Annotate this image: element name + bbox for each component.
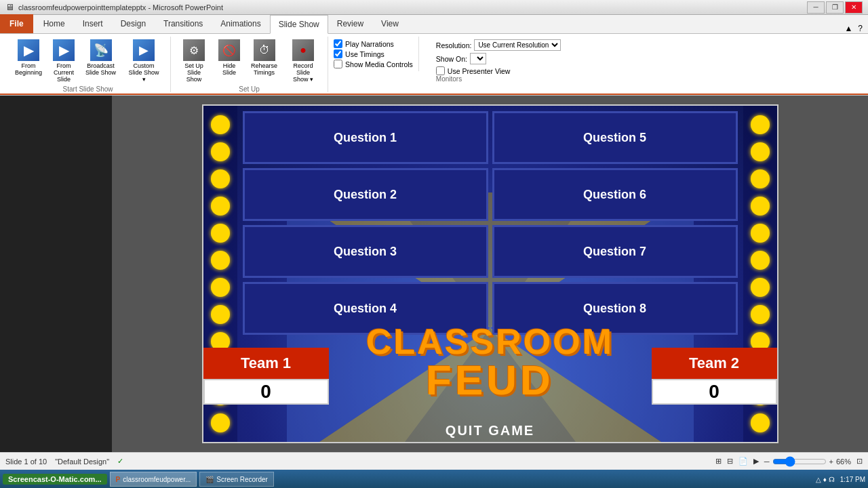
- custom-slideshow-icon: ▶: [133, 39, 155, 61]
- title-bar-text: classroomfeudpowerpointtemplatepptx - Mi…: [18, 3, 223, 12]
- dot: [751, 197, 770, 216]
- dot: [751, 278, 770, 297]
- play-narrations-checkbox[interactable]: [334, 39, 342, 48]
- taskbar-right: △ ♦ ☊ 1:17 PM: [816, 476, 865, 483]
- record-slide-show-button[interactable]: ● Record SlideShow ▾: [284, 38, 322, 84]
- setup-slide-show-button[interactable]: ⚙ Set UpSlide Show: [176, 38, 212, 84]
- restore-button[interactable]: ❐: [826, 1, 844, 14]
- play-narrations-option[interactable]: Play Narrations: [334, 39, 413, 48]
- broadcast-icon: 📡: [90, 39, 112, 61]
- from-beginning-icon: ▶: [18, 39, 39, 61]
- show-on-row: Show On:: [436, 53, 561, 64]
- team2-button[interactable]: Team 2: [652, 348, 777, 379]
- fit-slide-btn[interactable]: ⊡: [856, 457, 863, 466]
- question-6-button[interactable]: Question 6: [492, 168, 738, 221]
- custom-slide-show-button[interactable]: ▶ CustomSlide Show ▾: [123, 38, 165, 84]
- powerpoint-icon: P: [116, 476, 121, 483]
- clock: 1:17 PM: [840, 476, 865, 483]
- feud-text: FEUD: [366, 359, 614, 401]
- powerpoint-taskbar-item[interactable]: P classroomfeudpower...: [110, 472, 197, 487]
- tab-slide-show[interactable]: Slide Show: [270, 15, 328, 34]
- use-timings-option[interactable]: Use Timings: [334, 49, 413, 58]
- title-bar: 🖥 classroomfeudpowerpointtemplatepptx - …: [0, 0, 868, 15]
- show-media-controls-option[interactable]: Show Media Controls: [334, 60, 413, 68]
- record-icon: ●: [292, 39, 314, 61]
- recorder-icon: 🎬: [205, 476, 214, 483]
- quit-game-button[interactable]: QUIT GAME: [446, 423, 534, 439]
- status-bar: Slide 1 of 10 "Default Design" ✓ ⊞ ⊟ 📄 ▶…: [0, 452, 868, 470]
- dot: [751, 305, 770, 324]
- presenter-view-option[interactable]: Use Presenter View: [436, 66, 561, 75]
- slide-counter: Slide 1 of 10: [5, 458, 47, 466]
- show-media-checkbox[interactable]: [334, 60, 342, 68]
- view-reading-btn[interactable]: 📄: [738, 457, 748, 466]
- dot: [211, 278, 230, 297]
- monitors-group: Resolution: Use Current Resolution Show …: [431, 37, 567, 85]
- presenter-view-checkbox[interactable]: [436, 66, 445, 75]
- dot: [751, 142, 770, 161]
- ribbon-tabs: File Home Insert Design Transitions Anim…: [0, 15, 868, 34]
- minimize-ribbon-btn[interactable]: ▲: [844, 24, 852, 33]
- resolution-select[interactable]: Use Current Resolution: [474, 39, 561, 51]
- zoom-level: 66%: [836, 458, 851, 466]
- dot: [751, 169, 770, 188]
- view-slideshow-btn[interactable]: ▶: [753, 457, 759, 466]
- tab-view[interactable]: View: [372, 14, 408, 33]
- dot: [751, 224, 770, 243]
- dot: [211, 413, 230, 432]
- screen-recorder-taskbar-item[interactable]: 🎬 Screen Recorder: [199, 472, 274, 487]
- tab-review[interactable]: Review: [328, 14, 372, 33]
- hide-slide-button[interactable]: 🚫 HideSlide: [214, 38, 244, 77]
- show-on-select[interactable]: [470, 53, 486, 64]
- question-5-button[interactable]: Question 5: [492, 111, 738, 164]
- dot: [211, 142, 230, 161]
- classroom-text: CLASSROOM: [366, 324, 614, 359]
- setup-label: Set Up: [239, 85, 260, 93]
- zoom-in-btn[interactable]: +: [829, 458, 833, 466]
- rehearse-timings-button[interactable]: ⏱ RehearseTimings: [247, 38, 281, 77]
- view-normal-btn[interactable]: ⊞: [715, 457, 722, 466]
- dot: [211, 169, 230, 188]
- zoom-out-btn[interactable]: ─: [764, 458, 770, 466]
- question-2-button[interactable]: Question 2: [243, 168, 488, 221]
- status-bar-right: ⊞ ⊟ 📄 ▶ ─ + 66% ⊡: [715, 456, 863, 467]
- team1-box: Team 1 0: [203, 348, 329, 405]
- use-timings-checkbox[interactable]: [334, 49, 342, 58]
- question-1-button[interactable]: Question 1: [243, 111, 488, 164]
- tab-insert[interactable]: Insert: [74, 14, 112, 33]
- start-slideshow-buttons: ▶ FromBeginning ▶ FromCurrentSlide 📡 Bro…: [11, 38, 165, 84]
- start-slideshow-label: Start Slide Show: [63, 85, 113, 93]
- ribbon: File Home Insert Design Transitions Anim…: [0, 15, 868, 96]
- tab-file[interactable]: File: [0, 14, 33, 33]
- team2-score: 0: [652, 379, 777, 405]
- from-current-slide-button[interactable]: ▶ FromCurrentSlide: [49, 38, 79, 84]
- slide-panel: [0, 96, 112, 452]
- minimize-button[interactable]: ─: [807, 1, 825, 14]
- ribbon-right-controls: ▲ ?: [839, 24, 868, 33]
- slide: Question 1 Question 5 Question 2 Questio…: [202, 104, 778, 443]
- start-slide-show-group: ▶ FromBeginning ▶ FromCurrentSlide 📡 Bro…: [5, 37, 171, 92]
- tab-animations[interactable]: Animations: [212, 14, 269, 33]
- screencast-btn[interactable]: Screencast-O-Matic.com...: [3, 474, 107, 485]
- dot: [751, 413, 770, 432]
- broadcast-button[interactable]: 📡 BroadcastSlide Show: [81, 38, 120, 77]
- main-area: Question 1 Question 5 Question 2 Questio…: [0, 96, 868, 452]
- setup-buttons: ⚙ Set UpSlide Show 🚫 HideSlide ⏱ Rehears…: [176, 38, 322, 84]
- title-bar-left: 🖥 classroomfeudpowerpointtemplatepptx - …: [5, 2, 223, 12]
- close-button[interactable]: ✕: [845, 1, 863, 14]
- classroom-feud-title: CLASSROOM FEUD: [366, 324, 614, 401]
- resolution-row: Resolution: Use Current Resolution: [436, 39, 561, 51]
- team1-button[interactable]: Team 1: [203, 348, 329, 379]
- title-bar-controls: ─ ❐ ✕: [807, 1, 863, 14]
- zoom-slider[interactable]: [772, 456, 827, 467]
- from-beginning-button[interactable]: ▶ FromBeginning: [11, 38, 46, 77]
- team2-box: Team 2 0: [652, 348, 777, 405]
- question-3-button[interactable]: Question 3: [243, 225, 488, 278]
- tab-home[interactable]: Home: [35, 14, 74, 33]
- theme-name: "Default Design": [55, 458, 109, 466]
- help-btn[interactable]: ?: [858, 24, 863, 33]
- tab-design[interactable]: Design: [112, 14, 155, 33]
- view-slide-sorter-btn[interactable]: ⊟: [727, 457, 733, 466]
- question-7-button[interactable]: Question 7: [492, 225, 738, 278]
- tab-transitions[interactable]: Transitions: [155, 14, 212, 33]
